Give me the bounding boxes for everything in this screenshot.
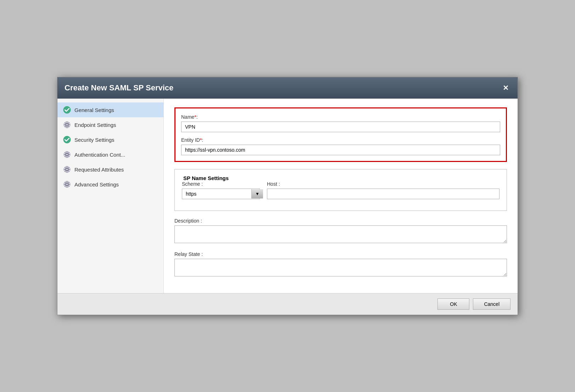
gear-icon-requested	[63, 166, 71, 173]
entity-id-input[interactable]	[181, 145, 500, 155]
sidebar-item-general-settings[interactable]: General Settings	[57, 102, 163, 117]
ok-button[interactable]: OK	[437, 298, 469, 310]
sp-name-settings-legend: SP Name Settings	[180, 175, 499, 181]
sidebar-label-general-settings: General Settings	[74, 107, 114, 113]
scheme-host-row: Scheme : ▼ Host :	[182, 181, 499, 199]
dialog-footer: OK Cancel	[57, 293, 518, 315]
sidebar-item-security-settings[interactable]: Security Settings	[57, 132, 163, 147]
description-label: Description :	[174, 218, 507, 224]
gear-icon-auth	[63, 151, 71, 158]
cancel-button[interactable]: Cancel	[473, 298, 510, 310]
dialog-body: General Settings Endpoint Settings	[57, 99, 518, 293]
name-label: Name*:	[181, 114, 500, 120]
sidebar-label-security-settings: Security Settings	[74, 137, 115, 143]
scheme-label: Scheme :	[182, 181, 260, 187]
sidebar: General Settings Endpoint Settings	[57, 99, 164, 293]
sidebar-item-requested-attributes[interactable]: Requested Attributes	[57, 162, 163, 177]
entity-id-label: Entity ID*:	[181, 137, 500, 143]
highlighted-fields-section: Name*: Entity ID*:	[174, 107, 507, 162]
host-input[interactable]	[267, 189, 499, 199]
dialog-header: Create New SAML SP Service ✕	[57, 77, 518, 99]
content-area: Name*: Entity ID*: SP Name Settings Sche…	[164, 99, 518, 293]
relay-state-input[interactable]	[174, 259, 507, 276]
dialog-title: Create New SAML SP Service	[65, 83, 173, 93]
scheme-input[interactable]	[182, 189, 251, 199]
sp-name-settings-group: SP Name Settings Scheme : ▼ Host :	[174, 169, 507, 211]
sidebar-label-endpoint-settings: Endpoint Settings	[74, 122, 116, 128]
gear-icon-endpoint	[63, 121, 71, 129]
description-section: Description :	[174, 218, 507, 244]
relay-state-label: Relay State :	[174, 251, 507, 257]
sidebar-label-authentication-cont: Authentication Cont...	[74, 152, 125, 158]
host-label: Host :	[267, 181, 499, 187]
name-input[interactable]	[181, 122, 500, 132]
scheme-select-wrapper[interactable]: ▼	[182, 189, 260, 199]
sidebar-label-requested-attributes: Requested Attributes	[74, 167, 124, 173]
dialog: Create New SAML SP Service ✕ General Set…	[57, 77, 518, 315]
sidebar-item-advanced-settings[interactable]: Advanced Settings	[57, 177, 163, 192]
scheme-col: Scheme : ▼	[182, 181, 260, 199]
sidebar-item-authentication-cont[interactable]: Authentication Cont...	[57, 147, 163, 162]
sidebar-label-advanced-settings: Advanced Settings	[74, 181, 119, 187]
close-button[interactable]: ✕	[501, 83, 510, 93]
green-check-icon	[63, 106, 71, 114]
gear-icon-advanced	[63, 180, 71, 188]
description-input[interactable]	[174, 225, 507, 243]
relay-state-section: Relay State :	[174, 251, 507, 278]
green-check-icon-security	[63, 136, 71, 144]
host-col: Host :	[267, 181, 499, 199]
sidebar-item-endpoint-settings[interactable]: Endpoint Settings	[57, 117, 163, 132]
scheme-dropdown-arrow[interactable]: ▼	[251, 189, 263, 198]
